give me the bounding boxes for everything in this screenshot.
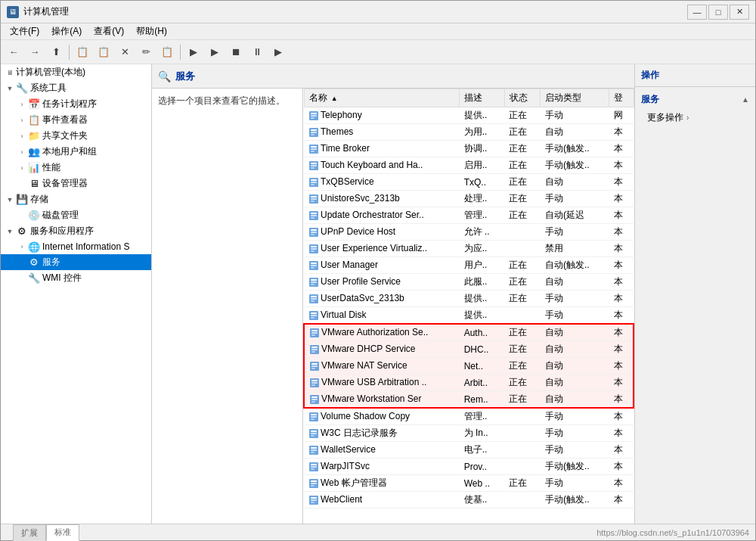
- toolbar-separator-1: [69, 45, 70, 60]
- menu-action[interactable]: 操作(A): [45, 23, 88, 39]
- forward-button[interactable]: →: [25, 43, 45, 61]
- menu-help[interactable]: 帮助(H): [130, 23, 173, 39]
- table-row[interactable]: User Experience Virtualiz..为应..禁用本: [304, 241, 634, 257]
- table-row[interactable]: VMware Workstation SerRem..正在自动本: [304, 391, 634, 409]
- service-desc-cell: Rem..: [460, 391, 505, 409]
- svg-rect-39: [311, 267, 314, 269]
- col-name[interactable]: 名称 ▲: [304, 89, 460, 107]
- service-status-cell: 正在: [504, 141, 541, 157]
- table-row[interactable]: VMware DHCP ServiceDHC..正在自动本: [304, 341, 634, 358]
- table-row[interactable]: W3C 日志记录服务为 In..手动本: [304, 425, 634, 442]
- service-logon-cell: 本: [609, 375, 634, 391]
- tab-standard[interactable]: 标准: [46, 524, 79, 541]
- local-users-icon: 👥: [28, 146, 40, 158]
- service-desc-cell: 为应..: [460, 241, 505, 257]
- sidebar-services[interactable]: ⚙ 服务: [1, 254, 151, 270]
- menu-file[interactable]: 文件(F): [4, 23, 45, 39]
- service-status-cell: 正在: [504, 375, 541, 391]
- sidebar-storage[interactable]: ▼ 💾 存储: [1, 191, 151, 207]
- back-button[interactable]: ←: [4, 43, 23, 61]
- show-action-pane-button[interactable]: 📋: [94, 43, 113, 61]
- service-logon-cell: 本: [609, 207, 634, 224]
- sidebar-system-tools[interactable]: ▼ 🔧 系统工具: [1, 80, 151, 96]
- sidebar-disk-management[interactable]: 💿 磁盘管理: [1, 207, 151, 223]
- service-startup-cell: 手动: [541, 107, 609, 124]
- window-title: 计算机管理: [23, 5, 687, 18]
- service-icon: [308, 462, 319, 472]
- show-hide-tree-button[interactable]: 📋: [73, 43, 92, 61]
- expand-arrow: [16, 272, 28, 284]
- sidebar-wmi[interactable]: 🔧 WMI 控件: [1, 270, 151, 286]
- sidebar-task-scheduler[interactable]: › 📅 任务计划程序: [1, 96, 151, 112]
- table-row[interactable]: UnistoreSvc_2313b处理..正在手动本: [304, 191, 634, 207]
- table-row[interactable]: Update Orchestrator Ser..管理..正在自动(延迟本: [304, 207, 634, 224]
- svg-rect-25: [311, 213, 317, 214]
- service-icon: [309, 328, 320, 338]
- table-row[interactable]: Web 帐户管理器Web ..正在手动本: [304, 475, 634, 492]
- table-row[interactable]: Themes为用..正在自动本: [304, 124, 634, 141]
- pause-service-button[interactable]: ⏸: [247, 43, 267, 61]
- sidebar-local-users[interactable]: › 👥 本地用户和组: [1, 144, 151, 160]
- service-name-cell: WalletService: [304, 442, 460, 459]
- menu-bar: 文件(F) 操作(A) 查看(V) 帮助(H): [1, 23, 755, 40]
- sidebar-device-manager[interactable]: 🖥 设备管理器: [1, 176, 151, 191]
- restart-service-button[interactable]: ▶: [268, 43, 288, 61]
- sidebar-services-apps[interactable]: ▼ ⚙ 服务和应用程序: [1, 223, 151, 239]
- svg-rect-41: [311, 279, 317, 281]
- table-row[interactable]: UserDataSvc_2313b提供..正在手动本: [304, 291, 634, 307]
- table-row[interactable]: WarpJITSvcProv..手动(触发..本: [304, 459, 634, 475]
- stop-service-button[interactable]: ⏹: [226, 43, 246, 61]
- col-logon[interactable]: 登: [609, 89, 634, 107]
- sidebar-root-label: 计算机管理(本地): [16, 66, 85, 79]
- close-button[interactable]: ✕: [730, 5, 749, 20]
- storage-icon: 💾: [16, 194, 28, 206]
- service-rows: Telephony提供..正在手动网Themes为用..正在自动本Time Br…: [304, 107, 634, 508]
- delete-button[interactable]: ✕: [115, 43, 135, 61]
- menu-view[interactable]: 查看(V): [88, 23, 130, 39]
- maximize-button[interactable]: □: [708, 5, 728, 20]
- table-row[interactable]: WebClient使基..手动(触发..本: [304, 492, 634, 508]
- start-service-button2[interactable]: ▶: [205, 43, 225, 61]
- table-row[interactable]: TxQBServiceTxQ..正在自动本: [304, 174, 634, 191]
- minimize-button[interactable]: —: [687, 5, 707, 20]
- service-name-cell: Update Orchestrator Ser..: [304, 207, 460, 224]
- table-row[interactable]: Virtual Disk提供..手动本: [304, 307, 634, 325]
- table-row[interactable]: User Profile Service此服..正在自动本: [304, 274, 634, 291]
- service-icon: [308, 445, 319, 455]
- table-row[interactable]: VMware NAT ServiceNet..正在自动本: [304, 358, 634, 375]
- properties-button[interactable]: ✏: [136, 43, 156, 61]
- sidebar-event-viewer[interactable]: › 📋 事件查看器: [1, 112, 151, 128]
- service-desc-cell: 管理..: [460, 408, 505, 425]
- help-button[interactable]: 📋: [157, 43, 177, 61]
- table-row[interactable]: WalletService电子..手动本: [304, 442, 634, 459]
- table-row[interactable]: Touch Keyboard and Ha..启用..正在手动(触发..本: [304, 157, 634, 174]
- sidebar-shared-folders[interactable]: › 📁 共享文件夹: [1, 128, 151, 144]
- table-row[interactable]: VMware Authorization Se..Auth..正在自动本: [304, 324, 634, 341]
- table-row[interactable]: VMware USB Arbitration ..Arbit..正在自动本: [304, 375, 634, 391]
- table-row[interactable]: Volume Shadow Copy管理..手动本: [304, 408, 634, 425]
- svg-rect-13: [311, 163, 317, 164]
- up-button[interactable]: ⬆: [46, 43, 66, 61]
- table-row[interactable]: User Manager用户..正在自动(触发..本: [304, 257, 634, 274]
- table-row[interactable]: Telephony提供..正在手动网: [304, 107, 634, 124]
- table-row[interactable]: Time Broker协调..正在手动(触发..本: [304, 141, 634, 157]
- service-icon: [308, 194, 319, 204]
- start-service-button[interactable]: ▶: [184, 43, 203, 61]
- service-status-cell: 正在: [504, 274, 541, 291]
- service-desc-cell: 为用..: [460, 124, 505, 141]
- sidebar-root-item[interactable]: 🖥 计算机管理(本地): [1, 64, 151, 80]
- table-scroll[interactable]: 名称 ▲ 描述 状态 启动类型 登 Telephony提: [303, 89, 634, 524]
- svg-rect-18: [311, 182, 317, 183]
- col-desc[interactable]: 描述: [460, 89, 505, 107]
- sidebar-iis[interactable]: › 🌐 Internet Information S: [1, 239, 151, 254]
- tab-extend[interactable]: 扩展: [13, 524, 46, 541]
- service-icon: [308, 478, 319, 489]
- col-startup[interactable]: 启动类型: [541, 89, 609, 107]
- sidebar-performance[interactable]: › 📊 性能: [1, 160, 151, 176]
- service-desc-cell: Arbit..: [460, 375, 505, 391]
- more-actions-arrow: ›: [686, 113, 689, 122]
- col-status[interactable]: 状态: [504, 89, 541, 107]
- table-row[interactable]: UPnP Device Host允许 ..手动本: [304, 224, 634, 241]
- more-actions-item[interactable]: 更多操作 ›: [635, 109, 755, 126]
- svg-rect-82: [311, 449, 317, 451]
